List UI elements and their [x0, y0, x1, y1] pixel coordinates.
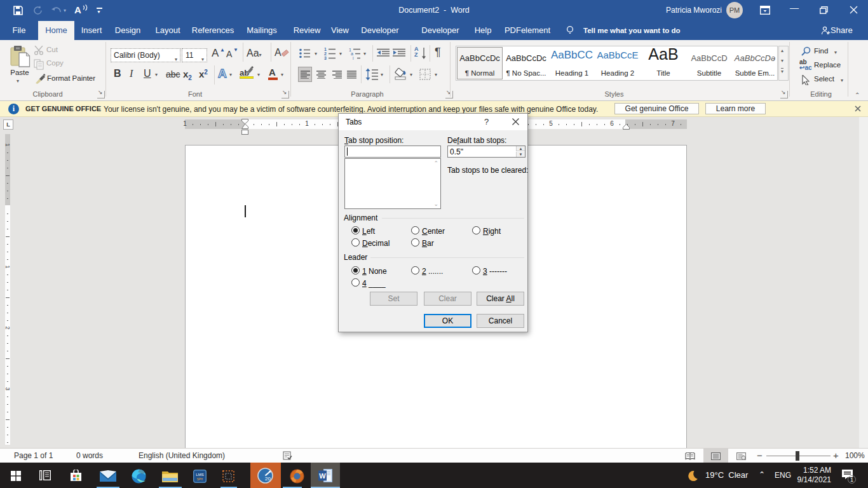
svg-text:LMS: LMS	[196, 473, 203, 477]
svg-text:20: 20	[265, 476, 271, 482]
svg-text:W: W	[319, 472, 326, 480]
svg-text:i: i	[353, 56, 354, 60]
svg-text:SPH: SPH	[197, 478, 203, 481]
svg-text:2: 2	[324, 51, 327, 56]
svg-text:1: 1	[324, 47, 327, 51]
svg-text:a: a	[351, 51, 353, 56]
svg-text:3: 3	[324, 56, 327, 60]
